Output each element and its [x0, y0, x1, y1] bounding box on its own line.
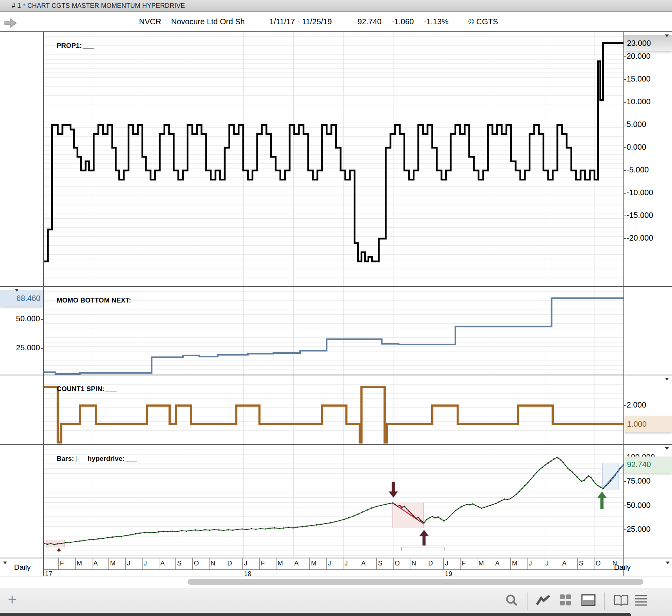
bottom-toolbar: + [0, 589, 672, 616]
month-label: M [110, 560, 116, 567]
count1-axis-dropdown-icon[interactable] [665, 378, 669, 380]
timeline-tick [92, 558, 92, 569]
prop1-axis-tick: 0.000 [627, 143, 646, 152]
date-range: 1/11/17 - 11/25/19 [269, 17, 332, 26]
forward-arrow-icon[interactable] [4, 17, 17, 29]
prop1-axis-tick: -10.000 [627, 188, 653, 197]
timeline-tick [142, 558, 143, 569]
copyright: © CGTS [468, 17, 498, 26]
prop1-axis-tick: 10.000 [627, 97, 650, 106]
momo-blank: ___ [132, 297, 143, 304]
timeline-axis[interactable]: FMAMJJASONDJFMAMJJASONDJFMAMJJASON171819 [44, 558, 623, 576]
menu-icon[interactable] [634, 594, 648, 606]
prop1-axis-tick: 20.000 [627, 52, 650, 61]
down-arrow-annotation [388, 482, 398, 498]
up-arrow-annotation [597, 492, 607, 509]
bars-axis-dropdown-icon[interactable] [665, 447, 669, 450]
momo-current-value: 68.460 [0, 290, 43, 306]
timeline-tick [427, 558, 427, 569]
timeline-tick [393, 558, 394, 569]
panel-separator[interactable] [0, 444, 672, 445]
timeline-tick [544, 558, 544, 569]
panel-label-momo: MOMO BOTTOM NEXT:___ [49, 289, 143, 312]
timeline-tick [58, 558, 59, 569]
panel-separator [0, 31, 672, 32]
timeline-tick [494, 558, 494, 569]
panel-prop1-plot [44, 32, 623, 286]
timeline-tick [175, 558, 176, 569]
month-label: N [412, 560, 416, 567]
timeline-tick [125, 558, 126, 569]
hyperdrive-blank: ___ [125, 455, 137, 462]
right-period-dropdown-icon[interactable] [666, 562, 670, 564]
left-period-selector[interactable]: Daily [14, 563, 31, 572]
timeline-tick [44, 558, 44, 569]
timeline-tick [577, 558, 578, 569]
prop1-label: PROP1: [57, 42, 82, 49]
timeline-tick [293, 558, 293, 569]
momo-axis-tick: 50.000 [0, 314, 40, 323]
timeline-tick [75, 558, 76, 569]
panel-separator[interactable] [0, 375, 672, 375]
month-label: J [244, 560, 247, 567]
book-icon[interactable] [613, 594, 629, 607]
grid-icon[interactable] [560, 594, 571, 606]
month-label: J [345, 560, 348, 567]
right-axis-border [623, 31, 624, 576]
month-label: S [177, 560, 181, 567]
timeline-tick [527, 558, 527, 569]
panel-separator[interactable] [0, 286, 672, 287]
timeline-tick [376, 558, 377, 569]
price-change-percent: -1.13% [424, 17, 448, 26]
momo-label: MOMO BOTTOM NEXT: [57, 297, 131, 304]
month-label: D [428, 560, 433, 567]
panel-layout-icon[interactable] [581, 594, 596, 607]
month-label: A [562, 560, 567, 567]
toolbar-divider [527, 592, 528, 610]
range-bracket [401, 547, 444, 551]
year-label: 19 [445, 570, 452, 578]
window-titlebar[interactable]: # 1 * CHART CGTS MASTER MOMENTUM HYPERDR… [0, 0, 672, 12]
timeline-tick [259, 558, 260, 569]
timeline-tick [309, 558, 310, 569]
month-label: M [311, 560, 316, 567]
search-icon[interactable] [505, 594, 518, 607]
right-period-selector[interactable]: Daily [614, 563, 630, 572]
timeline-tick [443, 558, 444, 569]
month-label: O [596, 560, 601, 567]
month-label: A [161, 560, 165, 567]
bars-axis-tick: 25.000 [627, 525, 650, 534]
month-label: J [529, 560, 532, 567]
trend-icon[interactable] [535, 594, 552, 606]
symbol: NVCR [139, 17, 161, 26]
month-label: A [495, 560, 500, 567]
panel-prop1-chart [44, 32, 623, 286]
panel-count1-chart [44, 375, 623, 444]
month-label: M [479, 560, 484, 567]
year-label: 17 [45, 570, 52, 578]
month-label: N [211, 560, 215, 567]
bars-axis-tick: 50.000 [627, 501, 650, 510]
prop1-axis-tick: 5.000 [627, 120, 646, 129]
price-change: -1.060 [392, 17, 414, 26]
timeline-tick [276, 558, 276, 569]
timeline-tick [242, 558, 243, 569]
hyperdrive-label: hyperdrive: [88, 455, 125, 462]
bar-style-glyph: | [75, 455, 77, 462]
panel-label-prop1: PROP1:___ [49, 34, 94, 58]
timeline-bottom-border [0, 576, 672, 576]
month-label: A [94, 560, 98, 567]
prop1-series-line [44, 43, 623, 261]
month-label: A [294, 560, 299, 567]
add-icon[interactable]: + [8, 592, 16, 607]
prop1-axis-dropdown-icon[interactable] [665, 34, 669, 37]
up-arrow-annotation [419, 530, 429, 545]
prop1-axis-tick: -15.000 [627, 211, 653, 220]
timeline-tick [343, 558, 343, 569]
horizontal-scrollbar-thumb[interactable] [188, 579, 643, 585]
timeline-tick [561, 558, 561, 569]
left-axis-border [43, 31, 44, 576]
month-label: J [144, 560, 147, 567]
momo-axis-dropdown-icon[interactable] [15, 289, 19, 292]
left-period-dropdown-icon[interactable] [3, 562, 7, 564]
